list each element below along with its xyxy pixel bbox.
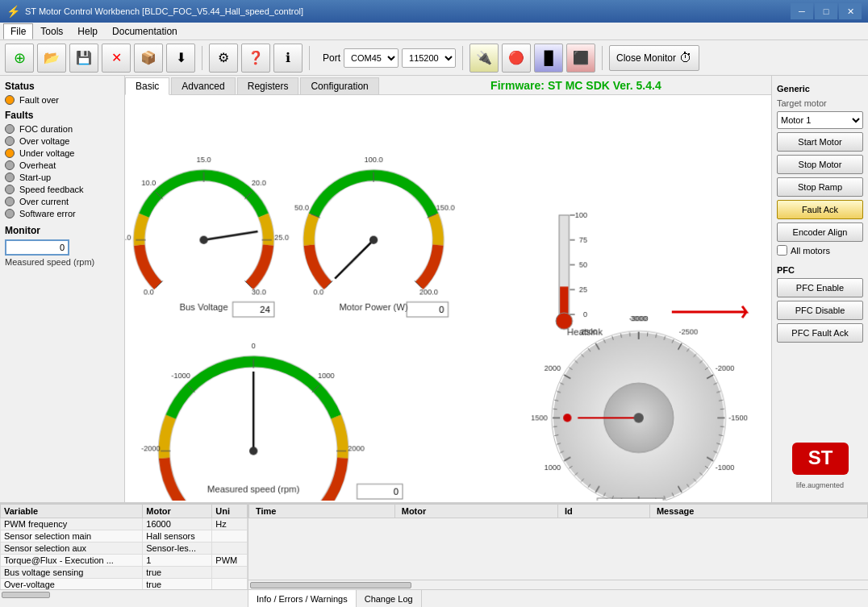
fault-over-label: Fault over: [19, 95, 59, 105]
maximize-button[interactable]: □: [815, 3, 837, 19]
measured-speed-input[interactable]: [5, 239, 69, 256]
tab-advanced[interactable]: Advanced: [171, 77, 235, 94]
table-row: PWM frequency16000Hz: [1, 518, 248, 530]
startup-label: Start-up: [19, 173, 51, 182]
log-col-id: Id: [557, 505, 649, 518]
menu-bar: File Tools Help Documentation: [0, 23, 868, 40]
pfc-title: PFC: [777, 265, 863, 275]
app-icon: ⚡: [6, 5, 20, 18]
encoder-align-button[interactable]: Encoder Align: [777, 222, 863, 242]
tab-configuration[interactable]: Configuration: [300, 77, 378, 94]
log-scrollbar-thumb[interactable]: [250, 582, 411, 588]
right-panel: Generic Target motor Motor 1 Start Motor…: [771, 76, 868, 502]
overheat-label: Overheat: [19, 160, 56, 170]
baud-select[interactable]: 115200: [402, 48, 456, 68]
tab-registers[interactable]: Registers: [237, 77, 299, 94]
tab-basic[interactable]: Basic: [125, 77, 169, 95]
table-row: Torque@Flux - Execution ...1PWM: [1, 555, 248, 567]
log-scrollbar[interactable]: [248, 580, 868, 589]
var-col-motor: Motor: [143, 505, 212, 518]
new-button[interactable]: ⊕: [5, 44, 34, 73]
log-col-motor: Motor: [394, 505, 557, 518]
table-row: Sensor selection mainHall sensors: [1, 530, 248, 543]
log-tab-changelog[interactable]: Change Log: [357, 590, 422, 607]
port-select[interactable]: COM45: [344, 48, 399, 68]
fault-foc: FOC duration: [5, 124, 119, 134]
speed-label: Speed feedback: [19, 185, 84, 194]
foc-led: [5, 124, 15, 134]
fault-overvoltage: Over voltage: [5, 136, 119, 146]
pfc-disable-button[interactable]: PFC Disable: [777, 301, 863, 320]
start-motor-button[interactable]: Start Motor: [777, 132, 863, 152]
menu-tools[interactable]: Tools: [33, 23, 70, 39]
fault-startup: Start-up: [5, 173, 119, 182]
all-motors-checkbox[interactable]: [777, 245, 787, 256]
info-button[interactable]: ℹ: [273, 44, 303, 73]
log-col-time: Time: [249, 505, 395, 518]
fault-software: Software error: [5, 209, 119, 218]
left-panel: Status Fault over Faults FOC duration Ov…: [0, 76, 125, 502]
var-col-unit: Uni: [212, 505, 248, 518]
overcurrent-led: [5, 197, 15, 206]
log-tabs: Info / Errors / Warnings Change Log: [248, 589, 868, 607]
log-tab-info[interactable]: Info / Errors / Warnings: [248, 590, 357, 607]
faults-title: Faults: [5, 110, 119, 121]
app-title: ST Motor Control Workbench [BLDC_FOC_V5.…: [25, 6, 791, 16]
save-button[interactable]: 💾: [69, 44, 98, 73]
motor-select[interactable]: Motor 1: [777, 111, 863, 129]
center-panel: Basic Advanced Registers Configuration F…: [125, 76, 771, 502]
main-layout: Status Fault over Faults FOC duration Ov…: [0, 76, 868, 502]
target-motor-label: Target motor: [777, 98, 863, 108]
variable-table: Variable Motor Uni PWM frequency16000HzS…: [0, 504, 248, 589]
log-panel: Time Motor Id Message Info / Errors / Wa…: [248, 504, 868, 607]
monitor-section: Monitor Measured speed (rpm): [5, 225, 119, 267]
stop-motor-button[interactable]: Stop Motor: [777, 155, 863, 174]
table-row: Bus voltage sensingtrue: [1, 567, 248, 579]
pfc-fault-ack-button[interactable]: PFC Fault Ack: [777, 323, 863, 343]
overvoltage-label: Over voltage: [19, 136, 69, 146]
log-table: Time Motor Id Message: [248, 504, 868, 518]
fault-speed: Speed feedback: [5, 185, 119, 194]
overcurrent-label: Over current: [19, 197, 69, 206]
speed-led: [5, 185, 15, 194]
generic-title: Generic: [777, 84, 863, 94]
st-logo: ST life.augmented: [777, 430, 863, 497]
menu-help[interactable]: Help: [70, 23, 105, 39]
software-label: Software error: [19, 209, 76, 218]
stop-ramp-button[interactable]: Stop Ramp: [777, 177, 863, 197]
svg-text:ST: ST: [807, 447, 833, 468]
delete-button[interactable]: ✕: [102, 44, 131, 73]
stop-button[interactable]: ⬛: [566, 44, 595, 73]
package-button[interactable]: 📦: [134, 44, 163, 73]
measured-speed-label: Measured speed (rpm): [5, 257, 119, 267]
var-scrollbar-thumb[interactable]: [2, 592, 50, 598]
open-button[interactable]: 📂: [37, 44, 66, 73]
close-monitor-button[interactable]: Close Monitor ⏱: [609, 45, 699, 71]
window-controls: ─ □ ✕: [791, 3, 862, 19]
settings-button[interactable]: ⚙: [209, 44, 238, 73]
table-row: Over-voltagetrue: [1, 579, 248, 590]
close-button[interactable]: ✕: [839, 3, 862, 19]
help-button[interactable]: ❓: [241, 44, 270, 73]
close-monitor-label: Close Monitor: [616, 52, 676, 64]
fault-overheat: Overheat: [5, 160, 119, 170]
menu-file[interactable]: File: [3, 23, 33, 39]
monitor-title: Monitor: [5, 225, 119, 236]
status-title: Status: [5, 81, 119, 92]
run-button[interactable]: ▐▌: [534, 44, 563, 73]
menu-documentation[interactable]: Documentation: [105, 23, 185, 39]
flash-button[interactable]: 🔴: [502, 44, 531, 73]
log-col-message: Message: [649, 505, 867, 518]
all-motors-label: All motors: [791, 246, 830, 256]
pfc-enable-button[interactable]: PFC Enable: [777, 278, 863, 297]
variable-panel: Variable Motor Uni PWM frequency16000HzS…: [0, 504, 248, 607]
fault-ack-button[interactable]: Fault Ack: [777, 200, 863, 219]
startup-led: [5, 173, 15, 182]
toolbar: ⊕ 📂 💾 ✕ 📦 ⬇ ⚙ ❓ ℹ Port COM45 115200 🔌 🔴 …: [0, 40, 868, 76]
download-button[interactable]: ⬇: [166, 44, 195, 73]
fault-over-led: [5, 95, 15, 105]
fault-undervoltage: Under voltage: [5, 148, 119, 158]
minimize-button[interactable]: ─: [791, 3, 813, 19]
overheat-led: [5, 160, 15, 170]
connect-button[interactable]: 🔌: [469, 44, 499, 73]
